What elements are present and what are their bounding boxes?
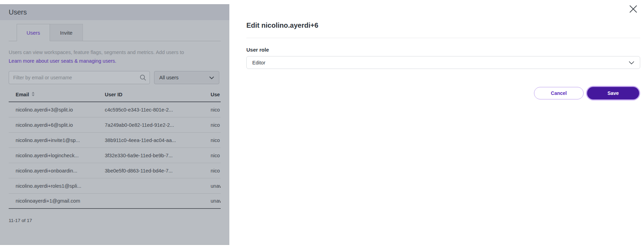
- table-row[interactable]: nicolino.ayerdi+invite1@sp... 38b911c0-4…: [9, 133, 221, 148]
- tab-users[interactable]: Users: [17, 24, 50, 41]
- column-header-user[interactable]: Use: [211, 92, 221, 97]
- column-header-email[interactable]: Email: [16, 92, 29, 97]
- cell-user-id: 7a249ab0-0e82-11ed-91e2-2...: [105, 122, 211, 128]
- users-page-dimmed: Users Users Invite Users can view worksp…: [0, 4, 229, 245]
- user-role-select[interactable]: Editor: [246, 56, 640, 69]
- table-row[interactable]: nicolino.ayerdi+onboardin... 3be0e5f0-d8…: [9, 163, 221, 178]
- table-row[interactable]: nicolino.ayerdi+3@split.io c4c595c0-e343…: [9, 102, 221, 117]
- close-button[interactable]: [628, 4, 639, 15]
- cell-user: nico: [211, 107, 221, 113]
- tab-bar: Users Invite: [9, 24, 221, 41]
- cell-email: nicolino.ayerdi+logincheck...: [9, 153, 105, 158]
- page-header: Users: [0, 4, 229, 20]
- tab-invite-label: Invite: [60, 30, 73, 36]
- cell-user: unav: [211, 198, 221, 204]
- tab-users-label: Users: [26, 30, 40, 36]
- divider: [246, 38, 640, 38]
- users-filter-value: All users: [159, 75, 179, 80]
- users-description: Users can view workspaces, feature flags…: [9, 50, 221, 55]
- cell-user: nico: [211, 138, 221, 143]
- cell-user: nico: [211, 168, 221, 174]
- pagination-status: 11-17 of 17: [9, 218, 221, 223]
- sort-icon[interactable]: [32, 92, 35, 97]
- table-row[interactable]: nicolinoayerdi+1@gmail.com unav: [9, 194, 221, 209]
- cell-email: nicolinoayerdi+1@gmail.com: [9, 198, 105, 204]
- user-role-label: User role: [246, 47, 640, 53]
- cell-email: nicolino.ayerdi+3@split.io: [9, 107, 105, 113]
- search-icon: [139, 74, 146, 82]
- user-role-value: Editor: [252, 60, 265, 65]
- cell-user-id: 3f32e330-6a9e-11ed-be9b-7...: [105, 153, 211, 158]
- column-header-user-id[interactable]: User ID: [105, 92, 211, 97]
- close-icon: [629, 5, 638, 15]
- cell-user-id: c4c595c0-e343-11ec-801e-2...: [105, 107, 211, 113]
- tab-invite[interactable]: Invite: [50, 24, 83, 41]
- cell-email: nicolino.ayerdi+roles1@spli...: [9, 183, 105, 189]
- cell-user: unav: [211, 183, 221, 189]
- table-header-row: Email User ID Use: [9, 87, 221, 102]
- cell-email: nicolino.ayerdi+6@split.io: [9, 122, 105, 128]
- modal-title: Edit nicolino.ayerdi+6: [246, 0, 640, 29]
- chevron-down-icon: [629, 60, 634, 65]
- cell-user: nico: [211, 153, 221, 158]
- cell-email: nicolino.ayerdi+onboardin...: [9, 168, 105, 174]
- chevron-down-icon: [209, 75, 214, 80]
- cell-user-id: 3be0e5f0-d863-11ed-bd4e-7...: [105, 168, 211, 174]
- cell-user: nico: [211, 122, 221, 128]
- cell-user-id: 38b911c0-4eea-11ed-ac04-aa...: [105, 138, 211, 143]
- learn-more-link[interactable]: Learn more about user seats & managing u…: [9, 58, 116, 64]
- users-table: Email User ID Use nicolino.ayerdi+3@spli…: [9, 87, 221, 209]
- filter-input[interactable]: [9, 71, 150, 84]
- filter-search-box: [9, 71, 150, 84]
- table-row[interactable]: nicolino.ayerdi+6@split.io 7a249ab0-0e82…: [9, 117, 221, 133]
- table-row[interactable]: nicolino.ayerdi+roles1@spli... unav: [9, 178, 221, 194]
- cancel-button[interactable]: Cancel: [534, 87, 584, 99]
- page-title: Users: [9, 8, 27, 16]
- save-button[interactable]: Save: [587, 87, 639, 99]
- table-row[interactable]: nicolino.ayerdi+logincheck... 3f32e330-6…: [9, 148, 221, 163]
- users-filter-dropdown[interactable]: All users: [154, 71, 219, 84]
- edit-user-modal: Edit nicolino.ayerdi+6 User role Editor …: [229, 0, 644, 248]
- cell-email: nicolino.ayerdi+invite1@sp...: [9, 138, 105, 143]
